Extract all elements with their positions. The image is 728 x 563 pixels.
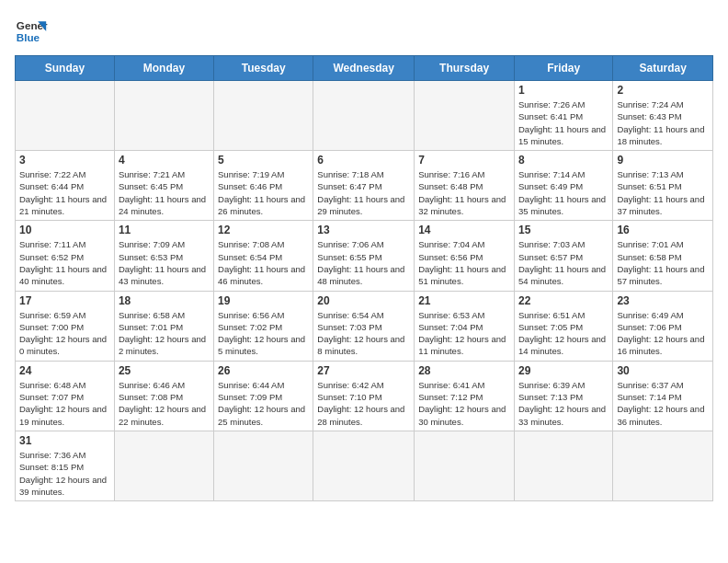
weekday-header-row: SundayMondayTuesdayWednesdayThursdayFrid… <box>16 56 713 81</box>
week-row-2: 3Sunrise: 7:22 AM Sunset: 6:44 PM Daylig… <box>16 151 713 221</box>
logo: General Blue <box>15 15 48 48</box>
calendar-cell: 10Sunrise: 7:11 AM Sunset: 6:52 PM Dayli… <box>16 221 115 291</box>
day-info: Sunrise: 7:06 AM Sunset: 6:55 PM Dayligh… <box>317 238 410 287</box>
day-number: 6 <box>317 154 410 167</box>
calendar-cell: 4Sunrise: 7:21 AM Sunset: 6:45 PM Daylig… <box>114 151 213 221</box>
day-number: 23 <box>617 294 709 307</box>
calendar-cell <box>214 431 313 500</box>
day-info: Sunrise: 6:46 AM Sunset: 7:08 PM Dayligh… <box>119 379 210 428</box>
day-info: Sunrise: 6:56 AM Sunset: 7:02 PM Dayligh… <box>218 309 309 358</box>
header: General Blue <box>15 15 713 48</box>
calendar-cell <box>313 81 415 151</box>
calendar-cell: 13Sunrise: 7:06 AM Sunset: 6:55 PM Dayli… <box>313 221 415 291</box>
day-info: Sunrise: 6:51 AM Sunset: 7:05 PM Dayligh… <box>518 309 609 358</box>
calendar-cell: 18Sunrise: 6:58 AM Sunset: 7:01 PM Dayli… <box>114 291 213 361</box>
day-number: 25 <box>119 364 210 377</box>
day-number: 26 <box>218 364 309 377</box>
day-info: Sunrise: 6:48 AM Sunset: 7:07 PM Dayligh… <box>19 379 110 428</box>
day-number: 31 <box>19 434 110 447</box>
day-number: 4 <box>119 154 210 167</box>
day-info: Sunrise: 6:37 AM Sunset: 7:14 PM Dayligh… <box>617 379 709 428</box>
weekday-header-monday: Monday <box>114 56 213 81</box>
day-info: Sunrise: 7:01 AM Sunset: 6:58 PM Dayligh… <box>617 238 709 287</box>
day-info: Sunrise: 7:13 AM Sunset: 6:51 PM Dayligh… <box>617 168 709 217</box>
day-info: Sunrise: 6:58 AM Sunset: 7:01 PM Dayligh… <box>119 309 210 358</box>
calendar-cell: 30Sunrise: 6:37 AM Sunset: 7:14 PM Dayli… <box>613 361 713 431</box>
calendar-cell: 26Sunrise: 6:44 AM Sunset: 7:09 PM Dayli… <box>214 361 313 431</box>
day-info: Sunrise: 6:49 AM Sunset: 7:06 PM Dayligh… <box>617 309 709 358</box>
calendar-cell <box>514 431 612 500</box>
day-info: Sunrise: 7:03 AM Sunset: 6:57 PM Dayligh… <box>518 238 609 287</box>
calendar-cell: 9Sunrise: 7:13 AM Sunset: 6:51 PM Daylig… <box>613 151 713 221</box>
day-info: Sunrise: 6:54 AM Sunset: 7:03 PM Dayligh… <box>317 309 410 358</box>
weekday-header-friday: Friday <box>514 56 612 81</box>
week-row-1: 1Sunrise: 7:26 AM Sunset: 6:41 PM Daylig… <box>16 81 713 151</box>
day-info: Sunrise: 7:18 AM Sunset: 6:47 PM Dayligh… <box>317 168 410 217</box>
calendar-cell: 1Sunrise: 7:26 AM Sunset: 6:41 PM Daylig… <box>514 81 612 151</box>
day-info: Sunrise: 7:26 AM Sunset: 6:41 PM Dayligh… <box>518 98 609 147</box>
calendar-cell: 20Sunrise: 6:54 AM Sunset: 7:03 PM Dayli… <box>313 291 415 361</box>
day-number: 8 <box>518 154 609 167</box>
week-row-6: 31Sunrise: 7:36 AM Sunset: 8:15 PM Dayli… <box>16 431 713 500</box>
svg-text:Blue: Blue <box>17 31 40 43</box>
day-number: 10 <box>19 224 110 236</box>
day-number: 21 <box>418 294 510 307</box>
calendar-cell: 23Sunrise: 6:49 AM Sunset: 7:06 PM Dayli… <box>613 291 713 361</box>
day-number: 11 <box>119 224 210 236</box>
calendar-cell <box>114 81 213 151</box>
calendar-cell <box>16 81 115 151</box>
calendar-cell: 6Sunrise: 7:18 AM Sunset: 6:47 PM Daylig… <box>313 151 415 221</box>
calendar-cell <box>415 81 515 151</box>
day-number: 9 <box>617 154 709 167</box>
day-info: Sunrise: 7:24 AM Sunset: 6:43 PM Dayligh… <box>617 98 709 147</box>
calendar-cell <box>613 431 713 500</box>
calendar-cell: 15Sunrise: 7:03 AM Sunset: 6:57 PM Dayli… <box>514 221 612 291</box>
day-info: Sunrise: 7:21 AM Sunset: 6:45 PM Dayligh… <box>119 168 210 217</box>
day-info: Sunrise: 7:19 AM Sunset: 6:46 PM Dayligh… <box>218 168 309 217</box>
day-info: Sunrise: 7:14 AM Sunset: 6:49 PM Dayligh… <box>518 168 609 217</box>
day-info: Sunrise: 7:08 AM Sunset: 6:54 PM Dayligh… <box>218 238 309 287</box>
calendar-cell: 7Sunrise: 7:16 AM Sunset: 6:48 PM Daylig… <box>415 151 515 221</box>
day-number: 28 <box>418 364 510 377</box>
day-info: Sunrise: 7:11 AM Sunset: 6:52 PM Dayligh… <box>19 238 110 287</box>
calendar-cell: 5Sunrise: 7:19 AM Sunset: 6:46 PM Daylig… <box>214 151 313 221</box>
day-info: Sunrise: 6:39 AM Sunset: 7:13 PM Dayligh… <box>518 379 609 428</box>
day-number: 30 <box>617 364 709 377</box>
calendar-cell: 12Sunrise: 7:08 AM Sunset: 6:54 PM Dayli… <box>214 221 313 291</box>
day-info: Sunrise: 7:16 AM Sunset: 6:48 PM Dayligh… <box>418 168 510 217</box>
day-info: Sunrise: 7:22 AM Sunset: 6:44 PM Dayligh… <box>19 168 110 217</box>
calendar-cell: 24Sunrise: 6:48 AM Sunset: 7:07 PM Dayli… <box>16 361 115 431</box>
calendar-cell: 29Sunrise: 6:39 AM Sunset: 7:13 PM Dayli… <box>514 361 612 431</box>
day-info: Sunrise: 7:36 AM Sunset: 8:15 PM Dayligh… <box>19 449 110 498</box>
week-row-4: 17Sunrise: 6:59 AM Sunset: 7:00 PM Dayli… <box>16 291 713 361</box>
week-row-3: 10Sunrise: 7:11 AM Sunset: 6:52 PM Dayli… <box>16 221 713 291</box>
calendar-cell <box>214 81 313 151</box>
day-number: 3 <box>19 154 110 167</box>
calendar-cell: 11Sunrise: 7:09 AM Sunset: 6:53 PM Dayli… <box>114 221 213 291</box>
calendar-cell: 19Sunrise: 6:56 AM Sunset: 7:02 PM Dayli… <box>214 291 313 361</box>
day-number: 1 <box>518 84 609 97</box>
day-number: 16 <box>617 224 709 236</box>
day-number: 20 <box>317 294 410 307</box>
day-info: Sunrise: 6:53 AM Sunset: 7:04 PM Dayligh… <box>418 309 510 358</box>
calendar-cell: 2Sunrise: 7:24 AM Sunset: 6:43 PM Daylig… <box>613 81 713 151</box>
calendar-cell: 21Sunrise: 6:53 AM Sunset: 7:04 PM Dayli… <box>415 291 515 361</box>
day-number: 27 <box>317 364 410 377</box>
calendar-cell <box>313 431 415 500</box>
weekday-header-thursday: Thursday <box>415 56 515 81</box>
day-info: Sunrise: 7:09 AM Sunset: 6:53 PM Dayligh… <box>119 238 210 287</box>
calendar-cell: 22Sunrise: 6:51 AM Sunset: 7:05 PM Dayli… <box>514 291 612 361</box>
calendar-cell: 8Sunrise: 7:14 AM Sunset: 6:49 PM Daylig… <box>514 151 612 221</box>
weekday-header-saturday: Saturday <box>613 56 713 81</box>
day-number: 24 <box>19 364 110 377</box>
calendar-cell: 16Sunrise: 7:01 AM Sunset: 6:58 PM Dayli… <box>613 221 713 291</box>
day-number: 29 <box>518 364 609 377</box>
weekday-header-tuesday: Tuesday <box>214 56 313 81</box>
day-number: 22 <box>518 294 609 307</box>
day-number: 17 <box>19 294 110 307</box>
day-number: 18 <box>119 294 210 307</box>
calendar-cell: 3Sunrise: 7:22 AM Sunset: 6:44 PM Daylig… <box>16 151 115 221</box>
day-number: 15 <box>518 224 609 236</box>
calendar-table: SundayMondayTuesdayWednesdayThursdayFrid… <box>15 55 713 501</box>
calendar-cell: 31Sunrise: 7:36 AM Sunset: 8:15 PM Dayli… <box>16 431 115 500</box>
